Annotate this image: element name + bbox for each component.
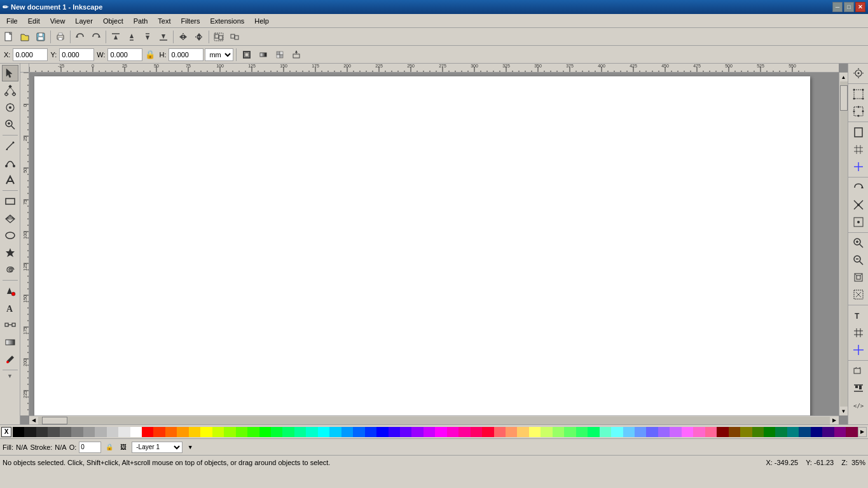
palette-color-swatch[interactable] [389, 427, 400, 437]
x-input-container[interactable] [13, 48, 48, 61]
toggle-grid-button[interactable] [850, 324, 867, 341]
palette-color-swatch[interactable] [458, 427, 470, 437]
layer-select[interactable]: -Layer 1 [132, 442, 183, 453]
canvas-scroll-area[interactable] [29, 73, 839, 415]
3dbox-tool-button[interactable] [2, 210, 18, 227]
palette-color-swatch[interactable] [189, 427, 200, 437]
palette-color-swatch[interactable] [142, 427, 153, 437]
star-tool-button[interactable] [2, 244, 18, 261]
zoom-out-button[interactable] [850, 252, 867, 268]
palette-color-swatch[interactable] [729, 427, 740, 437]
palette-color-swatch[interactable] [752, 427, 764, 437]
palette-color-swatch[interactable] [306, 427, 317, 437]
show-transform-button[interactable] [289, 48, 304, 62]
palette-color-swatch[interactable] [236, 427, 247, 437]
dropper-tool-button[interactable] [2, 351, 18, 368]
snap-center-button[interactable] [850, 214, 867, 230]
zoom-fit-button[interactable] [850, 269, 867, 286]
palette-color-swatch[interactable] [224, 427, 235, 437]
palette-color-swatch[interactable] [329, 427, 341, 437]
palette-color-swatch[interactable] [682, 427, 693, 437]
scroll-bottom-thumb[interactable] [42, 417, 67, 424]
scroll-right-thumb[interactable] [840, 85, 848, 111]
palette-color-swatch[interactable] [177, 427, 188, 437]
x-input[interactable] [15, 51, 45, 59]
menu-file[interactable]: File [1, 16, 23, 26]
snap-grid-button[interactable] [850, 141, 867, 158]
palette-color-swatch[interactable] [799, 427, 810, 437]
close-button[interactable]: ✕ [855, 2, 865, 12]
scroll-up-arrow[interactable]: ▲ [839, 73, 848, 81]
palette-color-swatch[interactable] [341, 427, 353, 437]
undo-button[interactable] [72, 29, 88, 45]
palette-color-swatch[interactable] [670, 427, 681, 437]
palette-color-swatch[interactable] [646, 427, 658, 437]
palette-color-swatch[interactable] [13, 427, 24, 437]
scrollbar-right[interactable]: ▲ ▼ [839, 73, 848, 415]
tweak-tool-button[interactable] [2, 99, 18, 116]
scroll-left-arrow[interactable]: ◀ [29, 416, 38, 425]
left-toolbar-expand[interactable]: ▼ [2, 372, 18, 380]
pencil-tool-button[interactable] [2, 137, 18, 154]
palette-color-swatch[interactable] [400, 427, 411, 437]
menu-view[interactable]: View [45, 16, 71, 26]
palette-color-swatch[interactable] [294, 427, 306, 437]
snap-guide-button[interactable] [850, 158, 867, 175]
menu-layer[interactable]: Layer [70, 16, 98, 26]
palette-scroll-right[interactable]: ▶ [858, 427, 867, 437]
menu-text[interactable]: Text [153, 16, 176, 26]
menu-filters[interactable]: Filters [176, 16, 205, 26]
node-tool-button[interactable] [2, 82, 18, 99]
toggle-guides-button[interactable] [850, 342, 867, 358]
palette-color-swatch[interactable] [564, 427, 575, 437]
palette-color-swatch[interactable] [588, 427, 599, 437]
scroll-bottom-track[interactable] [38, 417, 830, 424]
ellipse-tool-button[interactable] [2, 227, 18, 244]
palette-color-swatch[interactable] [482, 427, 493, 437]
transform-button[interactable] [850, 363, 867, 379]
snap-page-button[interactable] [850, 124, 867, 141]
menu-path[interactable]: Path [128, 16, 153, 26]
palette-color-swatch[interactable] [24, 427, 36, 437]
palette-color-swatch[interactable] [529, 427, 541, 437]
palette-color-swatch[interactable] [424, 427, 435, 437]
palette-color-swatch[interactable] [411, 427, 423, 437]
scroll-right-track[interactable] [840, 81, 848, 407]
snap-enable-button[interactable] [850, 65, 867, 81]
palette-color-swatch[interactable] [71, 427, 83, 437]
palette-color-swatch[interactable] [447, 427, 458, 437]
unit-select[interactable]: mm px in cm pt [205, 48, 233, 61]
opacity-input[interactable] [79, 442, 101, 453]
palette-color-swatch[interactable] [153, 427, 165, 437]
palette-color-swatch[interactable] [259, 427, 271, 437]
palette-color-swatch[interactable] [376, 427, 388, 437]
palette-color-swatch[interactable] [165, 427, 177, 437]
snap-bbox-button[interactable] [850, 86, 867, 102]
palette-color-swatch[interactable] [506, 427, 517, 437]
palette-color-swatch[interactable] [811, 427, 822, 437]
palette-color-swatch[interactable] [212, 427, 224, 437]
w-input-container[interactable] [107, 48, 142, 61]
menu-help[interactable]: Help [249, 16, 274, 26]
zoom-tool-button[interactable] [2, 116, 18, 133]
gradient-tool-button[interactable] [2, 334, 18, 351]
palette-color-swatch[interactable] [118, 427, 130, 437]
xml-editor-button[interactable]: </> [850, 397, 867, 414]
spiral-tool-button[interactable] [2, 261, 18, 278]
zoom-fit-drawing-button[interactable] [850, 286, 867, 303]
palette-color-swatch[interactable] [353, 427, 364, 437]
group-button[interactable] [211, 29, 226, 45]
scale-stroke-button[interactable] [239, 48, 254, 62]
ungroup-button[interactable] [227, 29, 242, 45]
text-tool-button[interactable]: A [2, 300, 18, 316]
palette-color-swatch[interactable] [36, 427, 48, 437]
align-button[interactable] [850, 380, 867, 396]
palette-color-swatch[interactable] [822, 427, 834, 437]
select-tool-button[interactable] [2, 65, 18, 81]
layer-options-button[interactable]: ▼ [185, 442, 195, 453]
connector-tool-button[interactable] [2, 317, 18, 333]
palette-color-swatch[interactable] [95, 427, 106, 437]
h-input-container[interactable] [169, 48, 203, 61]
palette-color-swatch[interactable] [764, 427, 775, 437]
scrollbar-bottom[interactable]: ◀ ▶ [29, 415, 839, 424]
